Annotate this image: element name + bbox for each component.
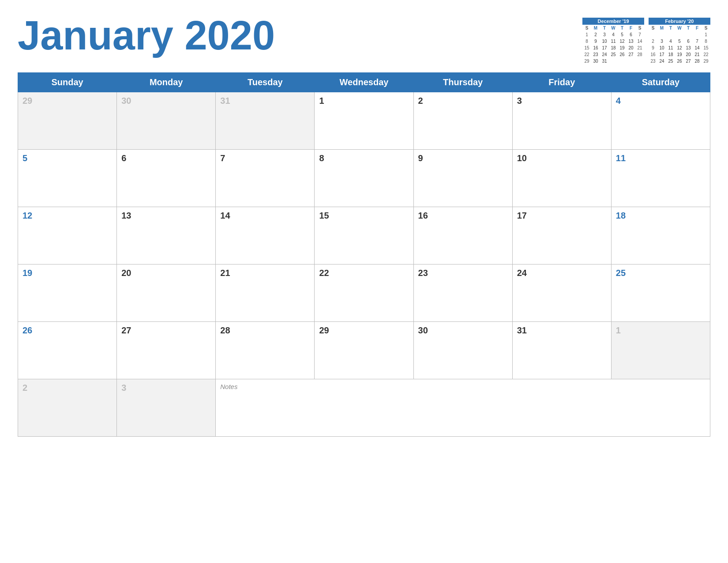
week-row: 567891011	[18, 150, 710, 207]
main-calendar: SundayMondayTuesdayWednesdayThursdayFrid…	[18, 72, 710, 437]
day-cell: 3	[512, 92, 611, 150]
col-header-thursday: Thursday	[413, 73, 512, 92]
day-cell: 1	[611, 322, 710, 379]
col-header-sunday: Sunday	[18, 73, 117, 92]
mini-calendars: December '19 SMTWTFS12345678910111213141…	[582, 18, 710, 64]
day-number: 23	[418, 268, 428, 278]
header-area: January 2020 December '19 SMTWTFS1234567…	[18, 13, 710, 64]
day-number: 21	[220, 268, 230, 278]
day-cell: 11	[611, 150, 710, 207]
notes-row: 23Notes	[18, 379, 710, 437]
day-number: 11	[616, 153, 626, 163]
day-cell: 17	[512, 207, 611, 264]
day-cell: 30	[413, 322, 512, 379]
day-number: 9	[418, 153, 423, 163]
day-number: 14	[220, 211, 230, 220]
day-cell: 10	[512, 150, 611, 207]
page-title: January 2020	[18, 13, 275, 58]
day-number: 6	[121, 153, 126, 163]
day-cell: 4	[611, 92, 710, 150]
day-number: 26	[23, 325, 32, 335]
day-cell: 29	[18, 92, 117, 150]
day-cell: 6	[117, 150, 216, 207]
mini-cal-prev-title: December '19	[582, 18, 644, 25]
mini-cal-next: February '20 SMTWTFS12345678910111213141…	[649, 18, 710, 64]
col-header-monday: Monday	[117, 73, 216, 92]
day-number: 30	[121, 96, 131, 106]
day-cell: 16	[413, 207, 512, 264]
day-cell: 26	[18, 322, 117, 379]
day-cell: 18	[611, 207, 710, 264]
day-cell: 24	[512, 264, 611, 322]
day-number: 31	[220, 96, 230, 106]
day-number: 12	[23, 211, 32, 220]
day-number: 15	[319, 211, 329, 220]
day-number: 1	[319, 96, 324, 106]
day-number: 8	[319, 153, 324, 163]
day-number: 28	[220, 325, 230, 335]
day-cell: 15	[315, 207, 413, 264]
day-cell: 12	[18, 207, 117, 264]
day-number: 24	[517, 268, 527, 278]
day-cell: 22	[315, 264, 413, 322]
day-cell: 25	[611, 264, 710, 322]
day-cell: 27	[117, 322, 216, 379]
day-number: 18	[616, 211, 626, 220]
col-header-tuesday: Tuesday	[216, 73, 315, 92]
notes-cell: Notes	[216, 379, 710, 437]
day-cell: 21	[216, 264, 315, 322]
col-header-wednesday: Wednesday	[315, 73, 413, 92]
day-number: 30	[418, 325, 428, 335]
day-cell: 5	[18, 150, 117, 207]
day-cell: 31	[512, 322, 611, 379]
day-cell: 23	[413, 264, 512, 322]
day-number: 31	[517, 325, 527, 335]
day-number: 10	[517, 153, 527, 163]
day-number: 4	[616, 96, 621, 106]
day-cell: 8	[315, 150, 413, 207]
day-number: 22	[319, 268, 329, 278]
day-cell: 7	[216, 150, 315, 207]
day-number: 25	[616, 268, 626, 278]
day-number: 13	[121, 211, 131, 220]
day-number: 27	[121, 325, 131, 335]
day-number: 17	[517, 211, 527, 220]
day-number: 7	[220, 153, 225, 163]
day-number: 20	[121, 268, 131, 278]
day-number: 1	[616, 325, 621, 335]
day-cell: 30	[117, 92, 216, 150]
week-row: 19202122232425	[18, 264, 710, 322]
day-cell: 31	[216, 92, 315, 150]
day-cell: 13	[117, 207, 216, 264]
day-number: 16	[418, 211, 428, 220]
col-header-friday: Friday	[512, 73, 611, 92]
day-number: 29	[319, 325, 329, 335]
day-cell: 2	[413, 92, 512, 150]
day-number: 5	[23, 153, 27, 163]
day-cell: 20	[117, 264, 216, 322]
mini-cal-prev: December '19 SMTWTFS12345678910111213141…	[582, 18, 644, 64]
day-cell: 1	[315, 92, 413, 150]
col-header-saturday: Saturday	[611, 73, 710, 92]
week-row: 2627282930311	[18, 322, 710, 379]
week-row: 12131415161718	[18, 207, 710, 264]
day-number: 3	[517, 96, 522, 106]
day-cell: 14	[216, 207, 315, 264]
week-row: 2930311234	[18, 92, 710, 150]
mini-cal-next-title: February '20	[649, 18, 710, 25]
day-cell: 29	[315, 322, 413, 379]
day-number: 2	[23, 383, 27, 393]
notes-label: Notes	[220, 383, 237, 390]
day-cell: 19	[18, 264, 117, 322]
day-number: 29	[23, 96, 32, 106]
day-number: 19	[23, 268, 32, 278]
day-number: 2	[418, 96, 423, 106]
day-cell: 28	[216, 322, 315, 379]
day-number: 3	[121, 383, 126, 393]
day-cell: 9	[413, 150, 512, 207]
